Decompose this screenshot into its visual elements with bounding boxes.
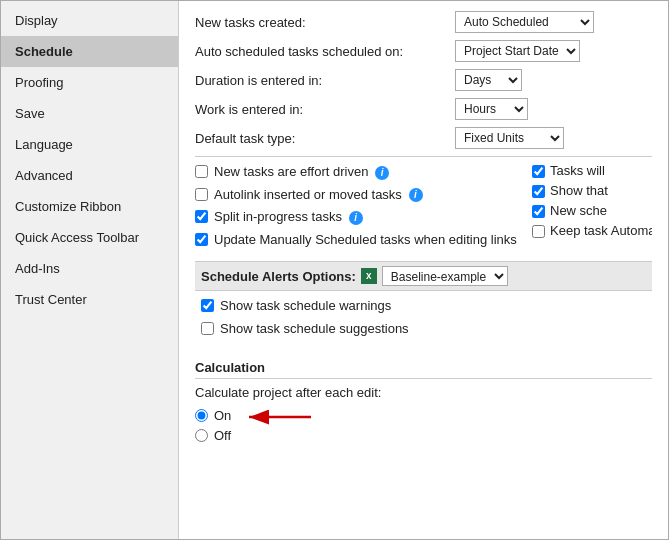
alerts-warnings-row: Show task schedule warnings — [201, 297, 646, 315]
right-label-4: Keep task Automatio — [550, 223, 652, 238]
split-inprogress-checkbox[interactable] — [195, 210, 208, 223]
project-icon: x — [361, 268, 377, 284]
main-content: New tasks created: Auto Scheduled Manual… — [179, 1, 668, 539]
sidebar-item-quick-access[interactable]: Quick Access Toolbar — [1, 222, 178, 253]
auto-scheduled-select[interactable]: Project Start Date Current Date — [455, 40, 580, 62]
sidebar-item-proofing[interactable]: Proofing — [1, 67, 178, 98]
radio-off[interactable] — [195, 429, 208, 442]
autolink-checkbox[interactable] — [195, 188, 208, 201]
effort-driven-label: New tasks are effort driven i — [214, 163, 389, 181]
app-container: Display Schedule Proofing Save Language … — [1, 1, 668, 539]
checkbox-autolink: Autolink inserted or moved tasks i — [195, 186, 524, 204]
alerts-warnings-checkbox[interactable] — [201, 299, 214, 312]
sidebar-item-language[interactable]: Language — [1, 129, 178, 160]
sidebar: Display Schedule Proofing Save Language … — [1, 1, 179, 539]
update-manually-checkbox[interactable] — [195, 233, 208, 246]
sidebar-item-trust-center[interactable]: Trust Center — [1, 284, 178, 315]
sidebar-item-save[interactable]: Save — [1, 98, 178, 129]
radio-on[interactable] — [195, 409, 208, 422]
radio-off-row: Off — [195, 428, 652, 443]
radio-on-row: On — [195, 408, 231, 423]
auto-scheduled-label: Auto scheduled tasks scheduled on: — [195, 44, 455, 59]
right-checkbox-1[interactable] — [532, 165, 545, 178]
sidebar-item-advanced[interactable]: Advanced — [1, 160, 178, 191]
effort-driven-checkbox[interactable] — [195, 165, 208, 178]
checkboxes-section: New tasks are effort driven i Autolink i… — [195, 163, 652, 253]
right-checkbox-4[interactable] — [532, 225, 545, 238]
effort-driven-info-icon[interactable]: i — [375, 166, 389, 180]
new-tasks-row: New tasks created: Auto Scheduled Manual… — [195, 11, 652, 33]
split-inprogress-label: Split in-progress tasks i — [214, 208, 363, 226]
calculation-title: Calculation — [195, 360, 652, 379]
update-manually-label: Update Manually Scheduled tasks when edi… — [214, 231, 517, 249]
alerts-warnings-label: Show task schedule warnings — [220, 297, 391, 315]
right-checkbox-3[interactable] — [532, 205, 545, 218]
checkboxes-right: Tasks will Show that New sche Keep task … — [532, 163, 652, 253]
default-task-label: Default task type: — [195, 131, 455, 146]
autolink-label: Autolink inserted or moved tasks i — [214, 186, 423, 204]
right-check-1: Tasks will — [532, 163, 652, 178]
alerts-suggestions-label: Show task schedule suggestions — [220, 320, 409, 338]
right-checkbox-2[interactable] — [532, 185, 545, 198]
new-tasks-dropdown-wrap: Auto Scheduled Manually Scheduled — [455, 11, 594, 33]
alerts-body: Show task schedule warnings Show task sc… — [195, 291, 652, 346]
sidebar-item-schedule[interactable]: Schedule — [1, 36, 178, 67]
right-label-1: Tasks will — [550, 163, 605, 178]
duration-dropdown-wrap: Days Hours Weeks — [455, 69, 522, 91]
radio-on-label: On — [214, 408, 231, 423]
right-label-2: Show that — [550, 183, 608, 198]
sidebar-item-display[interactable]: Display — [1, 5, 178, 36]
new-tasks-select[interactable]: Auto Scheduled Manually Scheduled — [455, 11, 594, 33]
right-label-3: New sche — [550, 203, 607, 218]
alerts-suggestions-checkbox[interactable] — [201, 322, 214, 335]
default-task-select[interactable]: Fixed Units Fixed Duration Fixed Work — [455, 127, 564, 149]
red-arrow-icon — [241, 406, 321, 428]
sidebar-item-addins[interactable]: Add-Ins — [1, 253, 178, 284]
checkboxes-left: New tasks are effort driven i Autolink i… — [195, 163, 524, 253]
work-row: Work is entered in: Hours Days Minutes — [195, 98, 652, 120]
divider-1 — [195, 156, 652, 157]
checkbox-split-inprogress: Split in-progress tasks i — [195, 208, 524, 226]
alerts-baseline-select[interactable]: Baseline-example Baseline1 — [382, 266, 508, 286]
alerts-title: Schedule Alerts Options: — [201, 269, 356, 284]
duration-select[interactable]: Days Hours Weeks — [455, 69, 522, 91]
alerts-header: Schedule Alerts Options: x Baseline-exam… — [195, 261, 652, 291]
work-select[interactable]: Hours Days Minutes — [455, 98, 528, 120]
auto-scheduled-dropdown-wrap: Project Start Date Current Date — [455, 40, 580, 62]
right-check-3: New sche — [532, 203, 652, 218]
duration-row: Duration is entered in: Days Hours Weeks — [195, 69, 652, 91]
alerts-suggestions-row: Show task schedule suggestions — [201, 320, 646, 338]
radio-off-label: Off — [214, 428, 231, 443]
radio-on-container: On — [195, 406, 652, 428]
auto-scheduled-row: Auto scheduled tasks scheduled on: Proje… — [195, 40, 652, 62]
new-tasks-label: New tasks created: — [195, 15, 455, 30]
duration-label: Duration is entered in: — [195, 73, 455, 88]
default-task-row: Default task type: Fixed Units Fixed Dur… — [195, 127, 652, 149]
right-check-2: Show that — [532, 183, 652, 198]
calculation-section: Calculation Calculate project after each… — [195, 356, 652, 443]
sidebar-item-customize-ribbon[interactable]: Customize Ribbon — [1, 191, 178, 222]
calculation-sublabel: Calculate project after each edit: — [195, 385, 652, 400]
checkbox-effort-driven: New tasks are effort driven i — [195, 163, 524, 181]
checkbox-update-manually: Update Manually Scheduled tasks when edi… — [195, 231, 524, 249]
autolink-info-icon[interactable]: i — [409, 188, 423, 202]
work-dropdown-wrap: Hours Days Minutes — [455, 98, 528, 120]
right-check-4: Keep task Automatio — [532, 223, 652, 238]
work-label: Work is entered in: — [195, 102, 455, 117]
default-task-dropdown-wrap: Fixed Units Fixed Duration Fixed Work — [455, 127, 564, 149]
split-inprogress-info-icon[interactable]: i — [349, 211, 363, 225]
